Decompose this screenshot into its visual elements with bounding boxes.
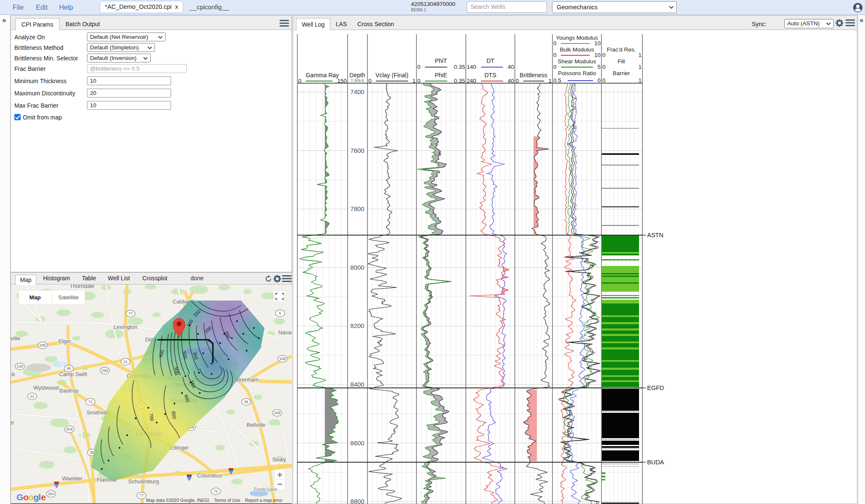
svg-text:Fill: Fill (617, 58, 625, 65)
svg-text:0.35: 0.35 (454, 78, 465, 84)
svg-text:DTS: DTS (484, 72, 496, 79)
svg-text:6: 6 (279, 311, 281, 315)
svg-text:0: 0 (602, 52, 606, 58)
svg-text:10: 10 (594, 40, 601, 46)
svg-text:Gamma Ray: Gamma Ray (306, 72, 339, 79)
svg-text:77: 77 (139, 493, 144, 498)
svg-text:Brenham: Brenham (237, 377, 259, 383)
svg-text:Vclay (Final): Vclay (Final) (375, 72, 408, 79)
svg-text:Schulenburg: Schulenburg (128, 478, 159, 485)
svg-text:8000: 8000 (350, 264, 364, 271)
svg-text:Map: Map (30, 294, 41, 301)
svg-text:7,309.5: 7,309.5 (351, 78, 364, 83)
svg-text:650: 650 (171, 411, 177, 420)
svg-text:1: 1 (412, 78, 416, 84)
svg-text:36: 36 (244, 400, 248, 404)
svg-text:erville: erville (11, 335, 20, 341)
svg-text:Shear Modulus: Shear Modulus (558, 58, 596, 65)
svg-text:8400: 8400 (350, 381, 364, 388)
svg-text:0.35: 0.35 (454, 64, 465, 70)
svg-text:Frac'd Res.: Frac'd Res. (607, 46, 636, 53)
svg-text:304: 304 (66, 427, 72, 431)
svg-text:10: 10 (55, 484, 59, 488)
svg-text:0: 0 (597, 77, 601, 84)
svg-text:8600: 8600 (350, 439, 364, 447)
svg-text:Camp Swift: Camp Swift (59, 371, 87, 377)
svg-text:Bellville: Bellville (247, 422, 265, 428)
svg-text:e: e (41, 492, 46, 502)
svg-text:l: l (38, 492, 41, 502)
svg-text:95: 95 (67, 366, 71, 371)
svg-text:Navaso: Navaso (278, 329, 292, 336)
svg-text:Bastrop: Bastrop (60, 387, 79, 394)
svg-text:10: 10 (229, 470, 233, 474)
svg-text:Map data ©2020 Google, INEGI: Map data ©2020 Google, INEGI Terms of Us… (146, 498, 283, 503)
svg-text:71: 71 (214, 489, 218, 493)
svg-text:8200: 8200 (350, 322, 364, 329)
svg-text:40: 40 (508, 64, 514, 70)
svg-text:Waelder: Waelder (62, 475, 83, 482)
svg-text:rt: rt (11, 420, 14, 426)
svg-text:0: 0 (553, 40, 557, 46)
svg-text:Wyldwood: Wyldwood (33, 385, 59, 391)
svg-text:40: 40 (508, 78, 514, 84)
svg-text:1: 1 (638, 77, 642, 84)
svg-text:Lexington: Lexington (114, 324, 137, 330)
svg-text:10: 10 (594, 52, 601, 58)
svg-text:71: 71 (88, 400, 92, 404)
svg-text:o: o (28, 492, 34, 502)
svg-text:Barrier: Barrier (613, 70, 630, 76)
svg-text:PhiE: PhiE (435, 72, 447, 79)
svg-text:150: 150 (337, 78, 347, 84)
svg-text:0: 0 (417, 64, 421, 70)
svg-text:Fords Lake: Fords Lake (254, 487, 277, 492)
svg-text:290: 290 (39, 343, 46, 347)
svg-text:1: 1 (638, 64, 642, 70)
svg-text:DT: DT (487, 57, 495, 64)
svg-text:EGFD: EGFD (647, 385, 664, 391)
svg-text:8800: 8800 (350, 498, 364, 504)
svg-text:105: 105 (279, 357, 286, 361)
svg-text:21: 21 (123, 360, 128, 364)
svg-text:Poissons Ratio: Poissons Ratio (558, 70, 596, 76)
svg-text:Columbus: Columbus (197, 472, 222, 479)
svg-text:140: 140 (467, 64, 476, 70)
svg-text:0.5: 0.5 (553, 77, 561, 84)
svg-text:Youngs Modulus: Youngs Modulus (556, 35, 598, 41)
svg-text:g: g (33, 492, 39, 502)
svg-text:304: 304 (48, 492, 54, 496)
svg-text:240: 240 (467, 78, 476, 84)
svg-text:0: 0 (298, 78, 302, 84)
svg-text:0: 0 (553, 64, 557, 70)
svg-text:Elgin: Elgin (59, 338, 71, 344)
svg-text:1: 1 (548, 78, 552, 84)
svg-text:7400: 7400 (350, 88, 364, 95)
svg-text:0: 0 (602, 64, 606, 70)
svg-text:1: 1 (638, 52, 642, 58)
svg-text:130: 130 (16, 364, 23, 369)
svg-text:Depth: Depth (349, 72, 365, 79)
svg-text:ck: ck (11, 371, 15, 377)
svg-text:G: G (16, 492, 23, 502)
svg-text:0: 0 (553, 52, 557, 58)
svg-text:0: 0 (368, 78, 372, 84)
svg-text:77: 77 (128, 312, 133, 316)
svg-text:21: 21 (30, 394, 34, 398)
svg-text:Thorndale: Thorndale (70, 285, 95, 289)
svg-text:0: 0 (417, 78, 421, 84)
svg-text:PhiT: PhiT (435, 57, 447, 64)
svg-text:BUDA: BUDA (647, 459, 664, 466)
svg-text:7600: 7600 (350, 147, 364, 154)
svg-text:Satellite: Satellite (58, 294, 79, 301)
svg-text:o: o (23, 492, 29, 502)
svg-text:7800: 7800 (350, 205, 364, 212)
svg-text:Bulk Modulus: Bulk Modulus (560, 46, 594, 53)
svg-text:159: 159 (274, 411, 280, 415)
svg-text:290: 290 (101, 369, 108, 373)
svg-text:ASTN: ASTN (647, 232, 664, 238)
svg-text:5: 5 (597, 64, 601, 70)
svg-text:0: 0 (602, 77, 606, 84)
svg-text:10: 10 (188, 477, 191, 480)
svg-text:0: 0 (516, 78, 519, 84)
svg-text:Sealy: Sealy (272, 456, 286, 463)
